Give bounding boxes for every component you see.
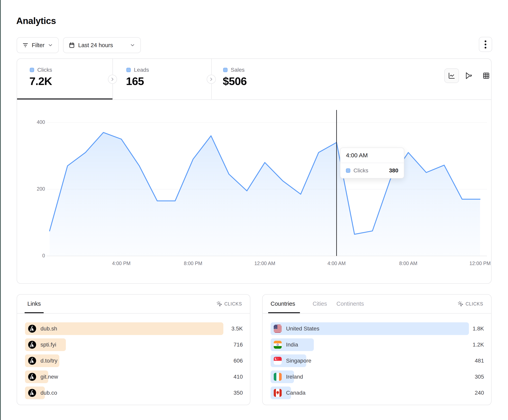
tooltip-time: 4:00 AM [340, 148, 404, 163]
tab-leads[interactable]: Leads 165 [113, 59, 211, 100]
filter-button-label: Filter [32, 42, 45, 49]
window-edge [0, 0, 1, 420]
countries-tab-underline [268, 312, 300, 313]
link-row[interactable]: dub.sh 3.5K [25, 322, 243, 335]
more-menu-button[interactable] [479, 37, 492, 52]
link-clicks-value: 410 [233, 370, 243, 383]
tooltip-series-label: Clicks [353, 167, 368, 174]
filter-button[interactable]: Filter [17, 37, 59, 53]
clicks-legend-swatch [30, 68, 34, 72]
link-row[interactable]: git.new 410 [25, 370, 243, 383]
link-clicks-value: 606 [233, 355, 243, 367]
grid-table-icon [483, 72, 490, 79]
link-row[interactable]: d.to/try 606 [25, 355, 243, 367]
links-tab-underline [25, 312, 44, 313]
country-row[interactable]: India 1.2K [270, 338, 484, 351]
stat-label: Leads [134, 67, 149, 73]
tab-cities[interactable]: Cities [313, 301, 327, 307]
countries-panel-header: Countries Cities Continents CLICKS [263, 295, 491, 314]
flag-india-icon [274, 341, 282, 349]
tooltip-legend-swatch [346, 168, 350, 173]
links-metric-selector[interactable]: CLICKS [217, 301, 242, 307]
link-clicks-value: 716 [233, 338, 243, 351]
next-stat-button[interactable] [108, 75, 117, 84]
stat-label: Clicks [37, 67, 52, 73]
country-row[interactable]: Canada 240 [270, 386, 484, 399]
flag-singapore-icon [274, 357, 282, 365]
country-label: Ireland [286, 374, 303, 380]
country-label: Canada [286, 390, 306, 396]
stats-row: Clicks 7.2K Leads 165 Sales $506 [17, 59, 491, 100]
link-clicks-value: 350 [233, 386, 243, 399]
country-clicks-value: 240 [475, 386, 484, 399]
y-axis-tick: 400 [24, 119, 45, 125]
chart-tooltip: 4:00 AM Clicks 380 [340, 148, 404, 179]
next-stat-button[interactable] [207, 75, 216, 84]
link-label: spti.fyi [40, 341, 56, 348]
cursor-click-icon [458, 301, 463, 307]
link-clicks-value: 3.5K [231, 322, 243, 335]
country-clicks-value: 305 [475, 370, 484, 383]
country-row[interactable]: Ireland 305 [270, 370, 484, 383]
active-tab-underline [17, 98, 112, 100]
tab-sales[interactable]: Sales $506 [212, 59, 430, 100]
link-label: dub.co [40, 390, 57, 396]
stat-value: 7.2K [29, 75, 52, 87]
calendar-icon [69, 42, 75, 48]
x-axis-tick: 4:00 PM [104, 261, 139, 266]
country-label: United States [286, 326, 319, 332]
chart-view-table-button[interactable] [479, 68, 493, 83]
country-label: India [286, 341, 298, 348]
sales-legend-swatch [223, 68, 228, 72]
country-row[interactable]: United States 1.8K [270, 322, 484, 335]
chevron-right-icon [110, 77, 115, 82]
date-range-button[interactable]: Last 24 hours [63, 37, 141, 53]
y-axis-tick: 200 [24, 186, 45, 192]
links-metric-label: CLICKS [224, 301, 242, 307]
tab-continents[interactable]: Continents [336, 301, 364, 307]
link-label: git.new [40, 374, 58, 380]
dub-logo-icon [28, 389, 36, 397]
country-clicks-value: 1.8K [472, 322, 484, 335]
dub-logo-icon [28, 357, 36, 365]
flag-canada-icon [274, 389, 282, 397]
stat-label: Sales [231, 67, 245, 73]
chart-view-funnel-button[interactable] [462, 68, 476, 83]
link-label: d.to/try [40, 358, 58, 364]
kebab-menu-icon [485, 40, 486, 49]
dub-logo-icon [28, 325, 36, 333]
links-panel: Links CLICKS dub.sh 3.5K spti.fyi [17, 294, 250, 405]
tooltip-value: 380 [389, 167, 398, 174]
flag-us-icon [274, 325, 282, 333]
links-panel-header: Links CLICKS [17, 295, 250, 314]
countries-metric-label: CLICKS [466, 301, 483, 307]
chevron-right-icon [209, 77, 214, 82]
tab-links[interactable]: Links [27, 301, 41, 307]
link-row[interactable]: spti.fyi 716 [25, 338, 243, 351]
x-axis-tick: 8:00 PM [175, 261, 211, 266]
countries-panel: Countries Cities Continents CLICKS Unite… [262, 294, 492, 405]
chevron-down-icon [48, 42, 53, 48]
flag-ireland-icon [274, 373, 282, 381]
analytics-page: Analytics Filter Last 24 hours [0, 0, 508, 420]
countries-metric-selector[interactable]: CLICKS [458, 301, 483, 307]
cursor-click-icon [217, 301, 222, 307]
link-label: dub.sh [40, 326, 57, 332]
tab-countries[interactable]: Countries [270, 301, 295, 307]
clicks-chart[interactable] [47, 110, 487, 257]
tab-clicks[interactable]: Clicks 7.2K [17, 59, 112, 100]
x-axis-tick: 8:00 AM [390, 261, 426, 266]
filter-lines-icon [22, 42, 29, 48]
date-range-label: Last 24 hours [78, 42, 113, 49]
stat-value: $506 [223, 75, 247, 87]
x-axis-tick: 12:00 AM [247, 261, 283, 266]
country-row[interactable]: Singapore 481 [270, 355, 484, 367]
country-label: Singapore [286, 358, 311, 364]
y-axis-tick: 0 [24, 253, 45, 259]
chart-view-line-button[interactable] [444, 68, 459, 83]
link-row[interactable]: dub.co 350 [25, 386, 243, 399]
page-title: Analytics [16, 15, 56, 26]
country-clicks-value: 481 [475, 355, 484, 367]
x-axis-tick: 12:00 PM [462, 261, 498, 266]
stat-value: 165 [126, 75, 144, 87]
